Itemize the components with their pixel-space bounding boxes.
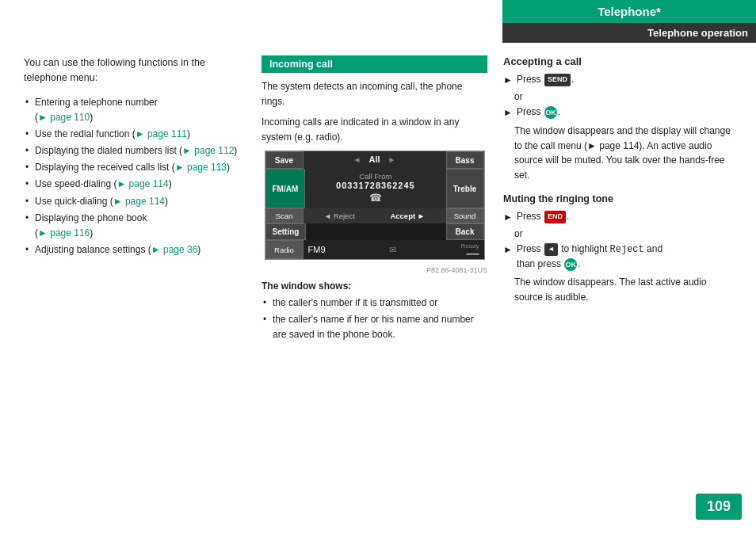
ok-button: OK xyxy=(544,106,557,119)
list-item: Displaying the phone book(► page 116) xyxy=(24,211,246,241)
scan-button: Scan xyxy=(265,208,304,223)
reject-code: Reject xyxy=(610,244,644,255)
main-content: You can use the following functions in t… xyxy=(24,55,732,502)
radio-action-center: ◄ Reject Accept ► xyxy=(304,208,446,223)
intro-text: You can use the following functions in t… xyxy=(24,55,246,86)
reject-label: ◄ Reject xyxy=(324,212,355,220)
save-button: Save xyxy=(265,151,304,169)
fm-freq: FM9 xyxy=(308,245,326,254)
or-2: or xyxy=(514,228,732,239)
step-1: ► Press SEND. xyxy=(503,72,732,87)
desc1: The window disappears and the display wi… xyxy=(514,124,732,182)
middle-column: Incoming call The system detects an inco… xyxy=(262,55,487,502)
radio-bottom-center: FM9 ✉ Ready ▬▬ xyxy=(304,240,484,259)
setting-button: Setting xyxy=(265,223,307,240)
back-button: Back xyxy=(446,223,484,240)
arrow-icon: ► xyxy=(503,73,513,87)
treble-button: Treble xyxy=(446,169,484,208)
phone-number: 00331728362245 xyxy=(336,181,415,190)
step-3: ► Press END. xyxy=(503,209,732,224)
arrow-icon: ► xyxy=(503,242,513,257)
radio-center-row1: ◄ All ► xyxy=(304,151,446,169)
left-column: You can use the following functions in t… xyxy=(24,55,246,502)
para1: The system detects an incoming call, the… xyxy=(262,79,487,109)
header-title: Telephone* xyxy=(502,0,756,23)
all-label: All xyxy=(368,154,380,164)
send-badge: SEND xyxy=(544,74,571,86)
header: Telephone* Telephone operation xyxy=(502,0,756,46)
phone-icon: ☎ xyxy=(369,192,382,204)
radio-row-2: FM/AM Call From 00331728362245 ☎ Treble xyxy=(265,169,484,208)
arrow-icon: ► xyxy=(503,105,513,120)
radio-center-row2: Call From 00331728362245 ☎ xyxy=(305,169,445,208)
sound-button: Sound xyxy=(446,208,484,223)
list-item: Use quick-dialing (► page 114) xyxy=(24,194,246,209)
accepting-title: Accepting a call xyxy=(503,55,732,67)
step-4: ► Press ◄ to highlight Reject and than p… xyxy=(503,242,732,271)
list-item: the caller's number if it is transmitted… xyxy=(262,296,487,311)
call-from-label: Call From xyxy=(359,172,391,181)
ready-status: Ready ▬▬ xyxy=(460,242,479,257)
radio-row-5: Radio FM9 ✉ Ready ▬▬ xyxy=(265,240,484,259)
radio-button: Radio xyxy=(265,240,304,259)
list-item: the caller's name if her or his name and… xyxy=(262,312,487,341)
step-2: ► Press OK. xyxy=(503,105,732,120)
para2: Incoming calls are indicated in a window… xyxy=(262,115,487,144)
ok-button-2: OK xyxy=(564,258,577,271)
desc2: The window disappears. The last active a… xyxy=(514,275,732,304)
radio-row-3: Scan ◄ Reject Accept ► Sound xyxy=(265,208,484,223)
end-badge: END xyxy=(544,211,566,223)
list-item: Use the redial function (► page 111) xyxy=(24,127,246,142)
list-item: Displaying the dialed numbers list (► pa… xyxy=(24,143,246,158)
radio-row-1: Save ◄ All ► Bass xyxy=(265,151,484,169)
list-item: Displaying the received calls list (► pa… xyxy=(24,160,246,175)
features-list: Entering a telephone number(► page 110) … xyxy=(24,95,246,258)
list-item: Use speed-dialing (► page 114) xyxy=(24,177,246,192)
left-arrow-badge: ◄ xyxy=(544,243,558,256)
page-number: 109 xyxy=(696,494,742,520)
or-1: or xyxy=(514,91,732,102)
image-caption: P82.86-4081-31US xyxy=(262,266,487,274)
right-arrow-icon: ► xyxy=(388,155,396,164)
right-column: Accepting a call ► Press SEND. or ► Pres… xyxy=(503,55,732,502)
header-subtitle: Telephone operation xyxy=(502,23,756,43)
list-item: Adjusting balance settings (► page 36) xyxy=(24,242,246,257)
arrow-icon: ► xyxy=(503,210,513,224)
radio-center-row4 xyxy=(306,223,445,240)
window-shows-title: The window shows: xyxy=(262,280,487,292)
bass-button: Bass xyxy=(446,151,484,169)
radio-row-4: Setting Back xyxy=(265,223,484,240)
envelope-icon: ✉ xyxy=(389,245,396,255)
left-arrow-icon: ◄ xyxy=(353,155,361,164)
fm-am-button: FM/AM xyxy=(265,169,306,208)
muting-title: Muting the ringing tone xyxy=(503,193,732,204)
radio-ui: Save ◄ All ► Bass FM/AM Call From 003317… xyxy=(265,151,485,260)
list-item: Entering a telephone number(► page 110) xyxy=(24,95,246,125)
window-shows-list: the caller's number if it is transmitted… xyxy=(262,296,487,341)
incoming-call-header: Incoming call xyxy=(262,55,487,73)
accept-label: Accept ► xyxy=(390,212,425,220)
